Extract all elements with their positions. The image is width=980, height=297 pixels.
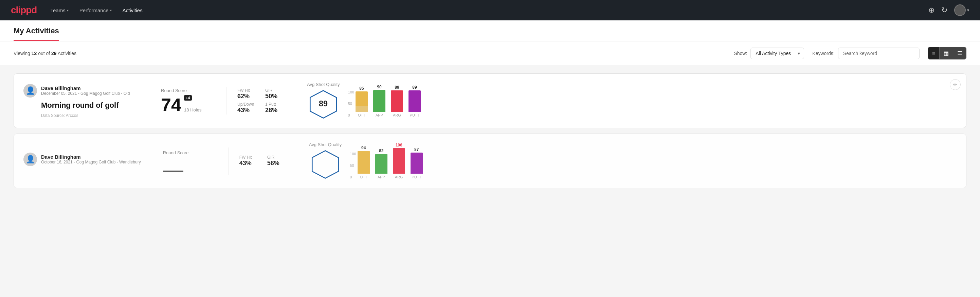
card-left: 👤 Dave Billingham December 05, 2021 - Go… [24, 84, 139, 118]
user-details: Dave Billingham October 16, 2021 - Gog M… [41, 154, 141, 164]
bar-app [375, 154, 387, 174]
list-view-button[interactable]: ≡ [928, 47, 940, 59]
page-title-wrap: My Activities [14, 21, 59, 41]
keywords-filter-group: Keywords: [812, 48, 919, 59]
add-icon[interactable]: ⊕ [928, 6, 934, 14]
gir-value: 56% [267, 160, 287, 167]
divider [298, 147, 298, 175]
person-icon: 👤 [26, 86, 35, 95]
hexagon-wrapper: Avg Shot Quality 89 [307, 82, 340, 120]
bar-arg [391, 90, 403, 112]
nav-links: Teams ▾ Performance ▾ Activities [50, 6, 915, 14]
bar-label-putt: PUTT [412, 175, 422, 179]
bar-label-app: APP [378, 175, 385, 179]
y-label-100: 100 [350, 152, 356, 156]
nav-performance[interactable]: Performance ▾ [80, 6, 112, 14]
score-number: 74 [161, 96, 181, 114]
hexagon-chart: 89 [308, 89, 339, 120]
bar-label-arg: ARG [393, 113, 401, 117]
refresh-icon[interactable]: ↻ [941, 6, 947, 14]
bar-label-ott: OTT [358, 113, 365, 117]
bar-value-putt: 87 [414, 147, 419, 152]
user-name: Dave Billingham [41, 85, 130, 91]
bar-chart: 100 50 0 85 OTT 90 [348, 85, 421, 117]
activity-type-select-wrapper[interactable]: All Activity Types [751, 48, 804, 59]
bar-value-putt: 89 [412, 85, 417, 90]
round-score-label: Round Score [163, 150, 217, 155]
gir-value: 50% [265, 93, 285, 100]
navbar: clippd Teams ▾ Performance ▾ Activities … [0, 0, 980, 21]
bar-arg [393, 148, 405, 174]
svg-text:89: 89 [319, 99, 328, 108]
fw-hit-label: FW Hit [237, 88, 257, 93]
nav-activities[interactable]: Activities [123, 6, 143, 14]
nav-right-actions: ⊕ ↻ ▾ [928, 5, 969, 16]
compact-view-button[interactable]: ☰ [953, 47, 966, 59]
shot-quality-section: Avg Shot Quality 89 100 50 0 [307, 82, 956, 120]
bar-label-putt: PUTT [410, 113, 420, 117]
bar-value-ott: 85 [359, 86, 364, 91]
hexagon-chart [310, 149, 340, 180]
bar-value-app: 90 [377, 85, 381, 89]
person-icon: 👤 [26, 155, 35, 164]
y-label-0: 0 [348, 113, 354, 117]
score-badge: +4 [184, 95, 192, 101]
stats-grid: FW Hit 43% GIR 56% [239, 155, 287, 167]
y-label-100: 100 [348, 90, 354, 94]
activity-card: 👤 Dave Billingham October 16, 2021 - Gog… [14, 134, 966, 188]
user-name: Dave Billingham [41, 154, 141, 160]
page-title: My Activities [14, 27, 59, 35]
one-putt-value: 28% [265, 107, 285, 114]
score-display: 74 +4 18 Holes [161, 95, 215, 114]
up-down-label: Up/Down [237, 102, 257, 107]
bar-value-ott: 94 [361, 145, 366, 150]
bar-chart: 100 50 0 94 OTT 82 APP [350, 143, 422, 179]
teams-chevron-icon: ▾ [67, 8, 68, 12]
bars-container: 94 OTT 82 APP 106 ARG 8 [358, 143, 423, 179]
user-avatar-button[interactable]: ▾ [954, 5, 969, 16]
nav-teams[interactable]: Teams ▾ [50, 6, 68, 14]
card-left: 👤 Dave Billingham October 16, 2021 - Gog… [24, 153, 141, 169]
fw-hit-label: FW Hit [239, 155, 259, 160]
bar-group-app: 90 APP [373, 85, 385, 117]
divider [152, 147, 152, 175]
one-putt-label: 1 Putt [265, 102, 285, 107]
shot-quality-section: Avg Shot Quality 100 50 0 94 [309, 142, 956, 180]
round-score-label: Round Score [161, 88, 215, 93]
grid-view-button[interactable]: ▦ [940, 47, 953, 59]
logo[interactable]: clippd [11, 5, 37, 16]
round-score-section: Round Score [163, 150, 217, 172]
page-header: My Activities [0, 21, 980, 42]
activity-type-select[interactable]: All Activity Types [751, 48, 804, 59]
avg-shot-quality-label: Avg Shot Quality [309, 142, 342, 147]
up-down-value: 43% [237, 107, 257, 114]
one-putt-stat: 1 Putt 28% [265, 102, 285, 114]
up-down-stat: Up/Down 43% [237, 102, 257, 114]
gir-stat: GIR 50% [265, 88, 285, 100]
keywords-label: Keywords: [812, 51, 834, 56]
viewing-count-text: Viewing 12 out of 29 Activities [14, 51, 725, 56]
show-label: Show: [734, 51, 747, 56]
y-label-0: 0 [350, 175, 356, 179]
fw-hit-stat: FW Hit 43% [239, 155, 259, 167]
bar-group-putt: 87 PUTT [410, 147, 423, 179]
user-info: 👤 Dave Billingham December 05, 2021 - Go… [24, 84, 139, 97]
activities-list: ✏ 👤 Dave Billingham December 05, 2021 - … [0, 65, 980, 196]
bar-group-arg: 89 ARG [391, 85, 403, 117]
y-label-50: 50 [350, 163, 356, 168]
activity-title: Morning round of golf [41, 101, 139, 110]
avatar: 👤 [24, 153, 37, 166]
divider [150, 87, 150, 115]
bar-label-app: APP [375, 113, 383, 117]
bar-value-arg: 89 [395, 85, 399, 90]
bar-value-app: 82 [379, 148, 383, 153]
avg-shot-quality-label: Avg Shot Quality [307, 82, 340, 87]
gir-label: GIR [265, 88, 285, 93]
round-score-section: Round Score 74 +4 18 Holes [161, 88, 215, 114]
y-label-50: 50 [348, 102, 354, 106]
gir-stat: GIR 56% [267, 155, 287, 167]
search-input[interactable] [838, 48, 920, 59]
bars-container: 85 OTT 90 APP 89 [356, 85, 421, 117]
edit-button[interactable]: ✏ [950, 79, 961, 90]
bar-ott [356, 91, 368, 112]
